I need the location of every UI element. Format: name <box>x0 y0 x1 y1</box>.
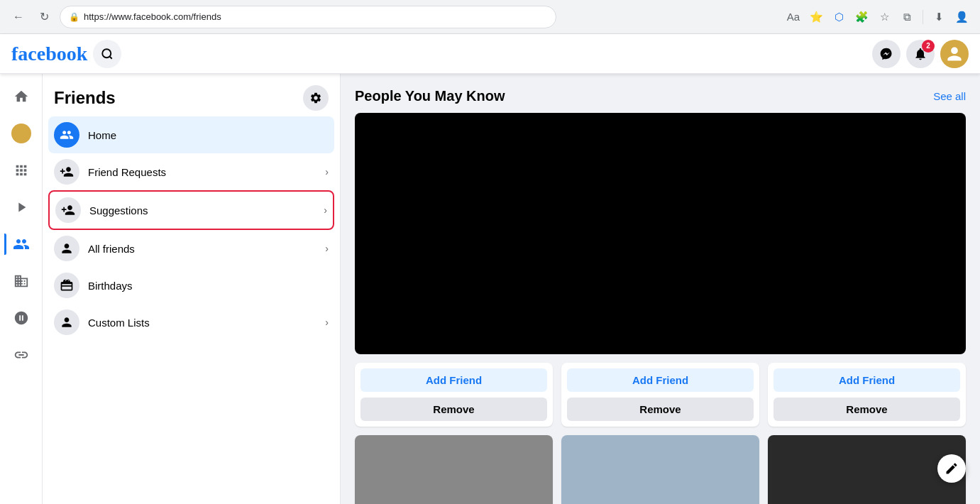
download-btn[interactable]: ⬇ <box>929 7 949 27</box>
nav-icon-birthdays <box>54 273 79 298</box>
fb-app: facebook 2 <box>0 34 980 504</box>
messenger-icon <box>879 47 893 61</box>
bottom-card-3: Duaa Umeed Nahi Yakeen <box>768 435 966 504</box>
remove-btn-3[interactable]: Remove <box>773 398 960 421</box>
sidebar-title: Friends <box>54 88 116 108</box>
read-mode-btn[interactable]: Aa <box>783 7 803 27</box>
split-view-btn[interactable]: ⧉ <box>897 7 917 27</box>
browser-actions: Aa ⭐ ⬡ 🧩 ☆ ⧉ ⬇ 👤 <box>783 7 971 27</box>
extension-btn[interactable]: ⬡ <box>829 7 849 27</box>
nav-item-suggestions[interactable]: Suggestions › <box>48 190 334 230</box>
remove-btn-2[interactable]: Remove <box>567 398 754 421</box>
nav-icon-suggestions <box>55 197 81 223</box>
add-friend-btn-1[interactable]: Add Friend <box>360 368 547 392</box>
remove-btn-1[interactable]: Remove <box>360 398 547 421</box>
fb-content: People You May Know See all Add Friend R… <box>341 74 980 504</box>
people-icon <box>60 128 74 142</box>
small-avatar <box>11 124 31 143</box>
bottom-cards-row: Duaa Umeed Nahi Yakeen <box>355 435 966 504</box>
media-area <box>355 113 966 354</box>
bottom-card-3-image: Duaa Umeed Nahi Yakeen <box>768 435 966 504</box>
friend-card-3-actions: Add Friend Remove <box>768 363 966 427</box>
sidebar-item-friends[interactable] <box>4 227 38 261</box>
fb-topbar: facebook 2 <box>0 34 980 74</box>
nav-icon-custom-lists <box>54 309 79 335</box>
messenger-button[interactable] <box>872 40 901 68</box>
nav-item-custom-lists[interactable]: Custom Lists › <box>48 304 334 341</box>
user-avatar-icon <box>946 45 963 62</box>
nav-label-home: Home <box>88 129 329 141</box>
grid-icon <box>13 163 29 178</box>
see-all-button[interactable]: See all <box>933 90 966 102</box>
user-avatar-button[interactable] <box>940 40 969 68</box>
extension2-btn[interactable]: 🧩 <box>852 7 871 27</box>
refresh-button[interactable]: ↻ <box>34 7 54 27</box>
home-icon <box>13 89 29 104</box>
chevron-right-icon: › <box>325 166 329 177</box>
friends-icon <box>13 236 30 253</box>
add-friend-btn-3[interactable]: Add Friend <box>773 368 960 392</box>
sidebar-item-marketplace[interactable] <box>4 264 38 298</box>
fb-icon-bar <box>0 74 43 504</box>
profile-btn[interactable]: 👤 <box>952 7 971 27</box>
browser-chrome: ← ↻ 🔒 https://www.facebook.com/friends A… <box>0 0 980 34</box>
link-icon <box>13 347 29 363</box>
nav-label-all-friends: All friends <box>88 243 316 255</box>
nav-icon-home <box>54 122 79 148</box>
favorites-btn[interactable]: ☆ <box>874 7 894 27</box>
lock-icon: 🔒 <box>69 12 79 22</box>
search-icon <box>101 48 114 60</box>
bottom-card-1-image <box>355 435 553 504</box>
notification-badge: 2 <box>922 40 935 53</box>
sidebar-item-avatar[interactable] <box>4 116 38 150</box>
gear-icon <box>309 92 322 104</box>
chevron-right-suggestions-icon: › <box>324 204 327 216</box>
notifications-button[interactable]: 2 <box>906 40 935 68</box>
friend-card-3: Add Friend Remove <box>768 363 966 427</box>
topbar-right: 2 <box>872 40 969 68</box>
fb-main: Friends Home Friend Requests › <box>0 74 980 504</box>
bookmark-star-btn[interactable]: ⭐ <box>806 7 826 27</box>
sidebar-item-grid[interactable] <box>4 153 38 187</box>
custom-lists-icon <box>60 315 74 329</box>
friend-card-1-actions: Add Friend Remove <box>355 363 553 427</box>
svg-point-0 <box>103 49 111 57</box>
sidebar-item-home[interactable] <box>4 80 38 114</box>
chevron-right-custom-lists-icon: › <box>325 317 329 328</box>
nav-label-suggestions: Suggestions <box>89 204 315 217</box>
nav-label-friend-requests: Friend Requests <box>88 166 316 178</box>
chevron-right-all-friends-icon: › <box>325 243 329 254</box>
sidebar-item-link[interactable] <box>4 338 38 372</box>
building-icon <box>13 273 29 289</box>
bottom-card-2 <box>561 435 759 504</box>
edit-icon <box>945 461 959 476</box>
search-button[interactable] <box>93 40 121 68</box>
friend-card-2: Add Friend Remove <box>561 363 759 427</box>
nav-item-all-friends[interactable]: All friends › <box>48 230 334 267</box>
people-section-header: People You May Know See all <box>355 88 966 104</box>
person-suggestions-icon <box>61 203 75 217</box>
edit-fab-button[interactable] <box>937 454 966 483</box>
person-add-icon <box>60 165 74 179</box>
all-friends-icon <box>60 241 74 256</box>
section-title: People You May Know <box>355 88 505 104</box>
url-text: https://www.facebook.com/friends <box>84 11 221 22</box>
bottom-card-2-image <box>561 435 759 504</box>
settings-button[interactable] <box>303 85 329 111</box>
address-bar[interactable]: 🔒 https://www.facebook.com/friends <box>60 6 556 28</box>
nav-label-custom-lists: Custom Lists <box>88 317 316 329</box>
gift-icon <box>60 278 74 292</box>
sidebar-header: Friends <box>48 85 334 111</box>
back-button[interactable]: ← <box>9 7 28 27</box>
friend-cards-row: Add Friend Remove Add Friend Remove Add … <box>355 363 966 427</box>
sidebar-item-watch[interactable] <box>4 190 38 224</box>
sidebar-item-groups[interactable] <box>4 301 38 335</box>
friend-card-1: Add Friend Remove <box>355 363 553 427</box>
nav-item-birthdays[interactable]: Birthdays <box>48 267 334 304</box>
nav-item-friend-requests[interactable]: Friend Requests › <box>48 153 334 190</box>
nav-item-home[interactable]: Home <box>48 116 334 153</box>
add-friend-btn-2[interactable]: Add Friend <box>567 368 754 392</box>
separator <box>923 10 923 24</box>
fb-logo: facebook <box>11 43 87 65</box>
bottom-card-1 <box>355 435 553 504</box>
